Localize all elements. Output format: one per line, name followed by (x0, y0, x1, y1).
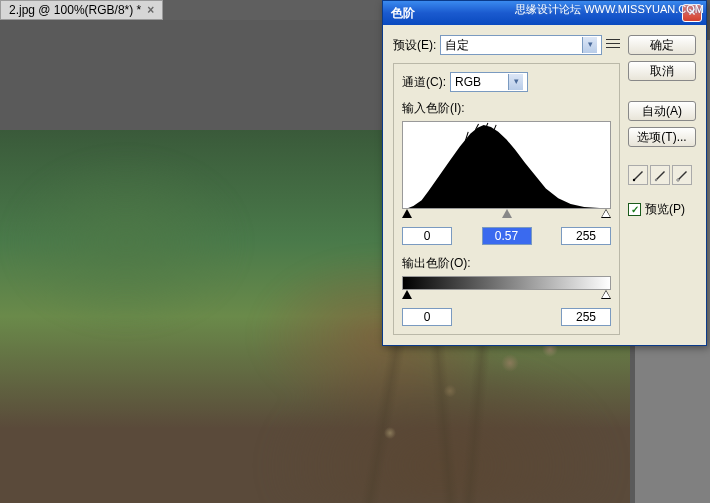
chevron-down-icon: ▾ (508, 74, 523, 90)
close-icon[interactable]: × (147, 3, 154, 17)
output-black-field[interactable]: 0 (402, 308, 452, 326)
output-white-field[interactable]: 255 (561, 308, 611, 326)
ok-button[interactable]: 确定 (628, 35, 696, 55)
svg-point-1 (655, 179, 657, 181)
auto-button[interactable]: 自动(A) (628, 101, 696, 121)
watermark-text: 思缘设计论坛 WWW.MISSYUAN.COM (515, 2, 704, 17)
channel-label: 通道(C): (402, 74, 446, 91)
output-levels-label: 输出色阶(O): (402, 255, 611, 272)
cancel-button[interactable]: 取消 (628, 61, 696, 81)
levels-dialog: 色阶 × 预设(E): 自定 ▾ 通道(C): RGB ▾ (382, 0, 707, 346)
input-levels-label: 输入色阶(I): (402, 100, 611, 117)
preset-menu-icon[interactable] (606, 39, 620, 51)
chevron-down-icon: ▾ (582, 37, 597, 53)
output-slider[interactable] (402, 292, 611, 302)
black-point-eyedropper-icon[interactable] (628, 165, 648, 185)
gray-point-eyedropper-icon[interactable] (650, 165, 670, 185)
document-tab[interactable]: 2.jpg @ 100%(RGB/8*) * × (0, 0, 163, 20)
svg-point-0 (633, 179, 635, 181)
shadow-slider-handle[interactable] (402, 209, 412, 218)
input-black-field[interactable]: 0 (402, 227, 452, 245)
output-highlight-handle[interactable] (601, 290, 611, 299)
preset-label: 预设(E): (393, 37, 436, 54)
preview-label: 预览(P) (645, 201, 685, 218)
white-point-eyedropper-icon[interactable] (672, 165, 692, 185)
highlight-slider-handle[interactable] (601, 209, 611, 218)
histogram (402, 121, 611, 209)
input-gamma-field[interactable]: 0.57 (482, 227, 532, 245)
preset-dropdown[interactable]: 自定 ▾ (440, 35, 602, 55)
levels-fieldset: 通道(C): RGB ▾ 输入色阶(I): (393, 63, 620, 335)
options-button[interactable]: 选项(T)... (628, 127, 696, 147)
preset-value: 自定 (445, 37, 469, 54)
output-gradient (402, 276, 611, 290)
midtone-slider-handle[interactable] (502, 209, 512, 218)
preview-checkbox[interactable]: ✓ (628, 203, 641, 216)
channel-dropdown[interactable]: RGB ▾ (450, 72, 528, 92)
input-slider[interactable] (402, 211, 611, 221)
svg-point-2 (677, 179, 679, 181)
dialog-title: 色阶 (387, 5, 415, 22)
channel-value: RGB (455, 75, 481, 89)
output-shadow-handle[interactable] (402, 290, 412, 299)
input-white-field[interactable]: 255 (561, 227, 611, 245)
document-tab-label: 2.jpg @ 100%(RGB/8*) * (9, 3, 141, 17)
